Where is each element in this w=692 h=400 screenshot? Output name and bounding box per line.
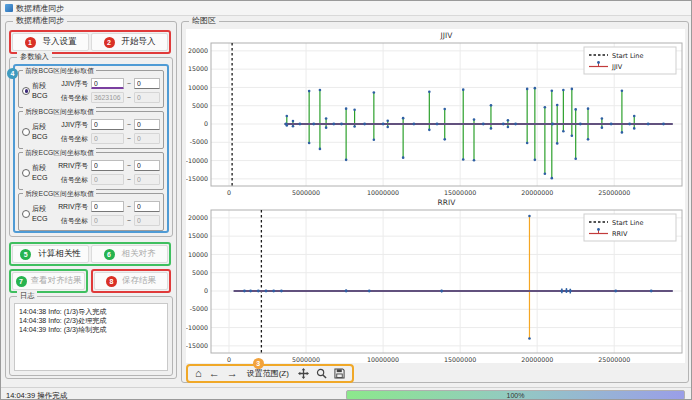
svg-text:5000: 5000 [192, 269, 208, 276]
svg-text:15000: 15000 [188, 232, 208, 239]
save-result-button[interactable]: 8 保存结果 [94, 272, 168, 290]
view-align-result-label: 查看对齐结果 [31, 275, 82, 287]
front-ecg-section-title: 前段ECG区间坐标取值 [23, 148, 96, 157]
svg-text:10000: 10000 [188, 251, 208, 258]
step-5-badge: 5 [20, 249, 31, 260]
signal-coord-label: 信号坐标 [55, 175, 88, 185]
front-ecg-section: 前段ECG区间坐标取值 前段ECG RRIV序号 ~ [18, 152, 164, 190]
set-range-label: 设置范围(Z) [247, 369, 289, 378]
import-settings-label: 导入设置 [43, 36, 77, 48]
front-ecg-signal-to-input [134, 174, 160, 185]
pan-icon[interactable] [298, 368, 309, 379]
statusbar: 14:04:39 操作完成 100% [1, 387, 692, 400]
front-bcg-jjiv-to-input[interactable] [134, 78, 160, 89]
jjiv-index-label: JJIV序号 [55, 79, 88, 89]
rriv-index-label: RRIV序号 [55, 161, 88, 171]
tilde: ~ [127, 176, 131, 183]
log-group: 日志 14:04:38 Info: (1/3)导入完成 14:04:38 Inf… [9, 296, 173, 376]
log-line: 14:04:38 Info: (2/3)处理完成 [19, 316, 163, 325]
zoom-icon[interactable] [316, 368, 327, 379]
svg-text:10000000: 10000000 [367, 189, 399, 196]
rear-ecg-signal-to-input [134, 215, 160, 226]
tilde: ~ [127, 94, 131, 101]
svg-text:20000: 20000 [188, 47, 208, 54]
rear-ecg-radio-label: 后段ECG [32, 204, 55, 223]
front-bcg-radio-label: 前段BCG [32, 81, 55, 100]
rear-bcg-radio[interactable] [22, 128, 30, 136]
correlation-align-button[interactable]: 6 相关对齐 [91, 245, 168, 263]
tilde: ~ [127, 217, 131, 224]
svg-text:15000: 15000 [188, 65, 208, 72]
front-ecg-signal-from-input [91, 174, 124, 185]
front-ecg-radio-label: 前段ECG [32, 163, 55, 182]
svg-text:5000: 5000 [192, 102, 208, 109]
svg-text:-10000: -10000 [186, 157, 208, 164]
svg-text:-15000: -15000 [186, 175, 208, 182]
rear-bcg-jjiv-from-input[interactable] [91, 119, 124, 130]
svg-text:20000: 20000 [188, 214, 208, 221]
rear-ecg-section: 后段ECG区间坐标取值 后段ECG RRIV序号 ~ [18, 193, 164, 231]
svg-text:15000000: 15000000 [444, 356, 476, 363]
rear-ecg-rriv-from-input[interactable] [91, 201, 124, 212]
titlebar: 数据精准同步 [1, 1, 692, 16]
rear-bcg-section: 后段BCG区间坐标取值 后段BCG JJIV序号 ~ [18, 111, 164, 149]
tilde: ~ [127, 203, 131, 210]
tilde: ~ [127, 135, 131, 142]
svg-text:0: 0 [204, 287, 208, 294]
rear-ecg-section-title: 后段ECG区间坐标取值 [23, 189, 96, 198]
progress-bar: 100% [346, 390, 685, 400]
app-icon [5, 4, 13, 12]
front-bcg-signal-to-input [134, 92, 160, 103]
progress-label: 100% [507, 392, 525, 399]
import-annotation-box: 1 导入设置 2 开始导入 [9, 30, 171, 54]
import-settings-button[interactable]: 1 导入设置 [12, 33, 89, 51]
front-bcg-section-title: 前段BCG区间坐标取值 [23, 66, 96, 75]
start-import-button[interactable]: 2 开始导入 [91, 33, 168, 51]
step-8-badge: 8 [106, 276, 117, 287]
front-bcg-jjiv-from-input[interactable] [91, 78, 124, 89]
svg-text:10000: 10000 [188, 84, 208, 91]
tilde: ~ [127, 121, 131, 128]
rriv-index-label: RRIV序号 [55, 202, 88, 212]
log-output[interactable]: 14:04:38 Info: (1/3)导入完成 14:04:38 Info: … [14, 303, 168, 371]
save-icon[interactable] [334, 368, 345, 379]
svg-text:RRIV: RRIV [438, 198, 457, 207]
front-ecg-radio[interactable] [22, 169, 30, 177]
front-bcg-signal-from-input [91, 92, 124, 103]
svg-text:25000000: 25000000 [598, 356, 630, 363]
sync-panel-title: 数据精准同步 [13, 16, 67, 26]
svg-text:0: 0 [227, 189, 231, 196]
step-6-badge: 6 [104, 249, 115, 260]
log-line: 14:04:39 Info: (3/3)绘制完成 [19, 325, 163, 334]
param-input-title: 参数输入 [17, 52, 52, 62]
svg-text:0: 0 [227, 356, 231, 363]
log-group-title: 日志 [17, 291, 37, 301]
start-import-label: 开始导入 [122, 36, 156, 48]
svg-text:10000000: 10000000 [367, 356, 399, 363]
signal-coord-label: 信号坐标 [55, 134, 88, 144]
plot-toolbar: ⌂ ← → 3 设置范围(Z) [186, 364, 354, 383]
svg-text:5000000: 5000000 [292, 356, 320, 363]
front-bcg-radio[interactable] [22, 87, 30, 95]
param-annotation-box: 4 前段BCG区间坐标取值 前段BCG JJIV序号 ~ [13, 64, 169, 233]
compute-correlation-button[interactable]: 5 计算相关性 [12, 245, 89, 263]
log-line: 14:04:38 Info: (1/3)导入完成 [19, 307, 163, 316]
save-annotation-box: 8 保存结果 [91, 269, 171, 293]
back-icon[interactable]: ← [209, 368, 220, 379]
svg-text:-5000: -5000 [190, 138, 208, 145]
rear-bcg-jjiv-to-input[interactable] [134, 119, 160, 130]
set-range-button[interactable]: 3 设置范围(Z) [245, 367, 291, 380]
front-ecg-rriv-to-input[interactable] [134, 160, 160, 171]
svg-text:-10000: -10000 [186, 324, 208, 331]
front-ecg-rriv-from-input[interactable] [91, 160, 124, 171]
step-7-badge: 7 [16, 276, 27, 287]
view-align-result-button[interactable]: 7 查看对齐结果 [12, 272, 85, 290]
home-icon[interactable]: ⌂ [195, 368, 202, 379]
step-2-badge: 2 [104, 37, 115, 48]
rear-ecg-rriv-to-input[interactable] [134, 201, 160, 212]
step-4-badge: 4 [7, 68, 18, 79]
forward-icon[interactable]: → [227, 368, 238, 379]
svg-text:JJIV: JJIV [611, 63, 623, 71]
rear-ecg-radio[interactable] [22, 210, 30, 218]
figure-canvas: 0500000010000000150000002000000025000000… [186, 29, 685, 363]
